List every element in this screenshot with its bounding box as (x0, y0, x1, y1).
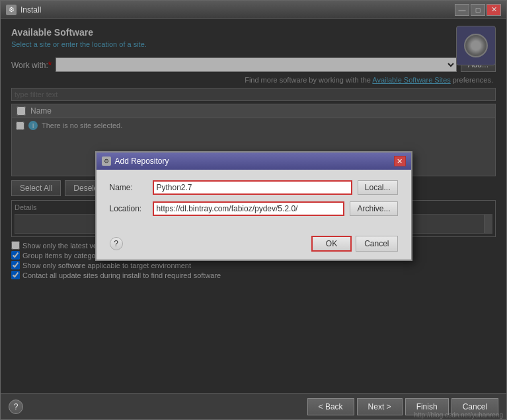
back-button[interactable]: < Back (307, 398, 354, 415)
watermark: http://blog.csdn.net/yuhanreng (414, 411, 503, 419)
archive-button[interactable]: Archive... (350, 201, 397, 216)
add-repository-dialog: ⚙ Add Repository ✕ Name: Local... Locati… (95, 151, 412, 261)
dialog-location-label: Location: (110, 204, 153, 213)
dialog-ok-button[interactable]: OK (311, 236, 352, 252)
dialog-title-bar: ⚙ Add Repository ✕ (97, 153, 411, 170)
title-bar: ⚙ Install — □ ✕ (1, 1, 506, 19)
dialog-location-row: Location: Archive... (110, 201, 398, 216)
dialog-title-icon: ⚙ (102, 157, 111, 166)
main-window: ⚙ Install — □ ✕ Available Software Selec… (0, 0, 507, 420)
next-button[interactable]: Next > (357, 398, 403, 415)
dialog-cancel-button[interactable]: Cancel (356, 236, 397, 252)
dialog-footer: ? OK Cancel (97, 230, 411, 260)
dialog-name-label: Name: (110, 183, 153, 192)
dialog-name-row: Name: Local... (110, 180, 398, 195)
maximize-button[interactable]: □ (471, 4, 485, 16)
modal-overlay: ⚙ Add Repository ✕ Name: Local... Locati… (1, 19, 506, 393)
window-icon: ⚙ (6, 5, 17, 15)
dialog-content: Name: Local... Location: Archive... (97, 170, 411, 230)
dialog-location-input[interactable] (153, 201, 345, 216)
dialog-close-button[interactable]: ✕ (394, 156, 406, 166)
close-button[interactable]: ✕ (487, 4, 501, 16)
dialog-help-button[interactable]: ? (110, 237, 123, 250)
title-bar-controls: — □ ✕ (455, 4, 501, 16)
window-title: Install (20, 5, 455, 15)
dialog-name-input[interactable] (153, 180, 352, 195)
dialog-title: Add Repository (115, 157, 394, 166)
local-button[interactable]: Local... (358, 180, 398, 195)
help-button[interactable]: ? (9, 400, 23, 414)
minimize-button[interactable]: — (455, 4, 469, 16)
content-area: Available Software Select a site or ente… (1, 19, 506, 393)
